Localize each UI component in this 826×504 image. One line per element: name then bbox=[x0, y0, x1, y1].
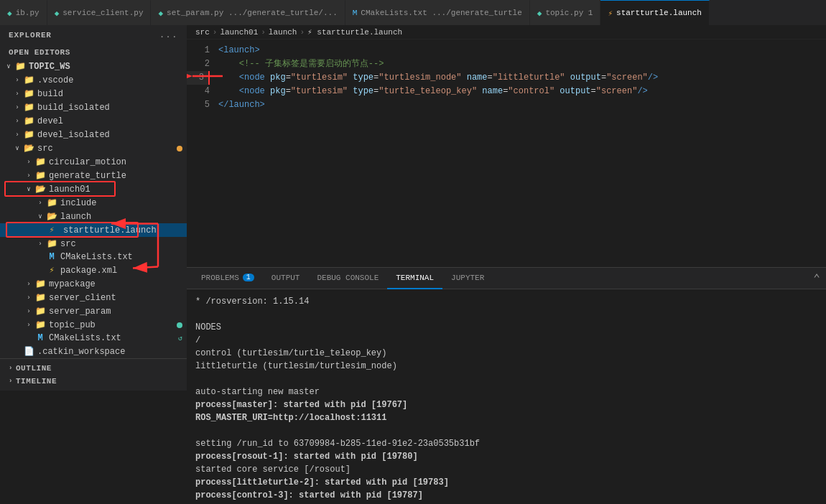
explorer-title: EXPLORER bbox=[9, 31, 52, 39]
folder-open-icon: 📂 bbox=[23, 143, 34, 154]
problems-badge: 1 bbox=[243, 274, 254, 281]
circular-motion-arrow: › bbox=[23, 159, 34, 166]
terminal-line-15: process[littleturtle-2]: started with pi… bbox=[195, 476, 817, 489]
sidebar-item-generate-turtle[interactable]: › 📁 generate_turtle bbox=[0, 169, 187, 182]
breadcrumb-launch: launch bbox=[269, 28, 297, 37]
sidebar-item-src[interactable]: ∨ 📂 src bbox=[0, 141, 187, 155]
include-arrow: › bbox=[34, 200, 46, 207]
terminal-line-2 bbox=[195, 308, 817, 321]
panel-expand-icon[interactable]: ⌃ bbox=[813, 271, 820, 286]
code-line-2: <!-- 子集标签是需要启动的节点--> bbox=[218, 57, 826, 71]
tab-terminal[interactable]: TERMINAL bbox=[387, 268, 442, 289]
server-param-arrow: › bbox=[23, 308, 34, 315]
sidebar-item-server-client[interactable]: › 📁 server_client bbox=[0, 291, 187, 304]
sidebar-item-launch-folder[interactable]: ∨ 📂 launch bbox=[0, 210, 187, 223]
sidebar-item-include[interactable]: › 📁 include bbox=[0, 196, 187, 210]
cmakelists-launch01-label: CMakeLists.txt bbox=[60, 252, 187, 262]
tabs-bar: ◆ ib.py ◆ service_client.py ◆ set_param.… bbox=[0, 0, 826, 25]
terminal-content[interactable]: * /rosversion: 1.15.14 NODES / control (… bbox=[187, 289, 826, 504]
tab-startturtle-launch[interactable]: ⚡ startturtle.launch bbox=[600, 0, 709, 25]
sidebar-item-server-param[interactable]: › 📁 server_param bbox=[0, 304, 187, 318]
tab-problems[interactable]: PROBLEMS 1 bbox=[192, 268, 263, 289]
folder-icon: 📁 bbox=[23, 102, 34, 113]
sidebar-item-launch01[interactable]: ∨ 📂 launch01 bbox=[0, 182, 187, 196]
tab-label: set_param.py .../generate_turtle/... bbox=[167, 9, 338, 17]
code-line-4: <node pkg="turtlesim" type="turtle_teleo… bbox=[218, 85, 826, 98]
folder-icon: 📁 bbox=[23, 129, 34, 140]
generate-turtle-arrow: › bbox=[23, 172, 34, 179]
sidebar-item-topic-pub[interactable]: › 📁 topic_pub bbox=[0, 318, 187, 332]
terminal-line-5: control (turtlesim/turtle_teleop_key) bbox=[195, 347, 817, 360]
tab-cmakelists[interactable]: M CMakeLists.txt .../generate_turtle bbox=[345, 0, 530, 25]
launch-file-icon: ⚡ bbox=[46, 225, 57, 235]
line-num-1: 1 bbox=[187, 44, 210, 57]
sidebar-item-circular-motion[interactable]: › 📁 circular_motion bbox=[0, 155, 187, 169]
cmake-file-icon2: M bbox=[34, 333, 46, 343]
sidebar-item-cmakelists-launch01[interactable]: M CMakeLists.txt bbox=[0, 251, 187, 263]
sidebar-item-package-xml[interactable]: ⚡ package.xml bbox=[0, 263, 187, 277]
tab-set-param-py[interactable]: ◆ set_param.py .../generate_turtle/... bbox=[151, 0, 345, 25]
launch01-label: launch01 bbox=[49, 185, 187, 195]
sidebar-item-cmakelists-root[interactable]: M CMakeLists.txt ↺ bbox=[0, 332, 187, 345]
topic-pub-label: topic_pub bbox=[49, 320, 177, 330]
breadcrumb-sep2: › bbox=[261, 28, 266, 37]
xml-file-icon: ⚡ bbox=[46, 265, 57, 276]
topic-pub-badge bbox=[177, 322, 182, 328]
devel-label: devel bbox=[37, 116, 187, 126]
folder-icon: 📁 bbox=[23, 88, 34, 99]
cmakelists-root-label: CMakeLists.txt bbox=[49, 333, 178, 343]
sidebar-bottom: › OUTLINE › TIMELINE bbox=[0, 358, 187, 391]
main-layout: EXPLORER ... OPEN EDITORS ∨ 📁 TOPIC_WS ›… bbox=[0, 25, 826, 504]
devel-isolated-arrow: › bbox=[11, 131, 23, 139]
sidebar-item-vscode[interactable]: › 📁 .vscode bbox=[0, 73, 187, 87]
content-area: src › launch01 › launch › ⚡ startturtle.… bbox=[187, 25, 826, 504]
sidebar-item-startturtle-launch[interactable]: ⚡ startturtle.launch bbox=[0, 223, 187, 237]
workspace-root[interactable]: ∨ 📁 TOPIC_WS bbox=[0, 60, 187, 73]
tab-topic-py[interactable]: ◆ topic.py 1 bbox=[530, 0, 601, 25]
terminal-line-11 bbox=[195, 424, 817, 437]
py-icon: ◆ bbox=[537, 9, 542, 18]
launch-folder-arrow: ∨ bbox=[34, 213, 46, 220]
breadcrumb-launch01: launch01 bbox=[220, 28, 258, 37]
tab-output[interactable]: OUTPUT bbox=[263, 268, 309, 289]
terminal-line-13: process[rosout-1]: started with pid [197… bbox=[195, 450, 817, 463]
include-label: include bbox=[60, 198, 187, 208]
folder-icon: 📁 bbox=[34, 319, 46, 330]
sidebar-item-src2[interactable]: › 📁 src bbox=[0, 237, 187, 251]
tab-debug-console[interactable]: DEBUG CONSOLE bbox=[308, 268, 387, 289]
terminal-line-10: ROS_MASTER_URI=http://localhost:11311 bbox=[195, 411, 817, 424]
terminal-line-16: process[control-3]: started with pid [19… bbox=[195, 489, 817, 502]
problems-label: PROBLEMS bbox=[201, 274, 239, 282]
code-line-5: </launch> bbox=[218, 98, 826, 112]
src2-label: src bbox=[60, 239, 187, 249]
sidebar-item-devel-isolated[interactable]: › 📁 devel_isolated bbox=[0, 128, 187, 141]
tab-service-client-py[interactable]: ◆ service_client.py bbox=[47, 0, 152, 25]
server-client-label: server_client bbox=[49, 293, 187, 303]
file-icon: 📄 bbox=[23, 346, 34, 357]
sidebar-item-build[interactable]: › 📁 build bbox=[0, 87, 187, 101]
code-lines[interactable]: <launch> <!-- 子集标签是需要启动的节点--> <node pkg=… bbox=[215, 39, 826, 267]
folder-icon: 📁 bbox=[46, 238, 57, 249]
sidebar-wrapper: EXPLORER ... OPEN EDITORS ∨ 📁 TOPIC_WS ›… bbox=[0, 25, 187, 504]
build-arrow: › bbox=[11, 90, 23, 98]
timeline-section[interactable]: › TIMELINE bbox=[0, 375, 187, 388]
src2-arrow: › bbox=[34, 241, 46, 248]
workspace-label: TOPIC_WS bbox=[29, 62, 187, 72]
folder-icon: 📁 bbox=[23, 75, 34, 85]
sidebar-item-catkin-workspace[interactable]: 📄 .catkin_workspace bbox=[0, 345, 187, 358]
sidebar-item-build-isolated[interactable]: › 📁 build_isolated bbox=[0, 101, 187, 114]
sidebar-item-devel[interactable]: › 📁 devel bbox=[0, 114, 187, 128]
outline-section[interactable]: › OUTLINE bbox=[0, 362, 187, 375]
server-client-arrow: › bbox=[23, 294, 34, 302]
terminal-line-1: * /rosversion: 1.15.14 bbox=[195, 295, 817, 308]
panel-tabs: PROBLEMS 1 OUTPUT DEBUG CONSOLE TERMINAL… bbox=[187, 268, 826, 289]
explorer-menu[interactable]: ... bbox=[159, 31, 178, 39]
vscode-arrow: › bbox=[11, 77, 23, 84]
tab-ib-py[interactable]: ◆ ib.py bbox=[0, 0, 47, 25]
terminal-line-12: setting /run_id to 63709984-b285-11ed-91… bbox=[195, 437, 817, 450]
terminal-label: TERMINAL bbox=[396, 274, 434, 282]
folder-open-icon: 📂 bbox=[46, 211, 57, 222]
sidebar-item-mypackage[interactable]: › 📁 mypackage bbox=[0, 277, 187, 291]
tab-jupyter[interactable]: JUPYTER bbox=[442, 268, 493, 289]
breadcrumb-sep1: › bbox=[213, 28, 218, 37]
